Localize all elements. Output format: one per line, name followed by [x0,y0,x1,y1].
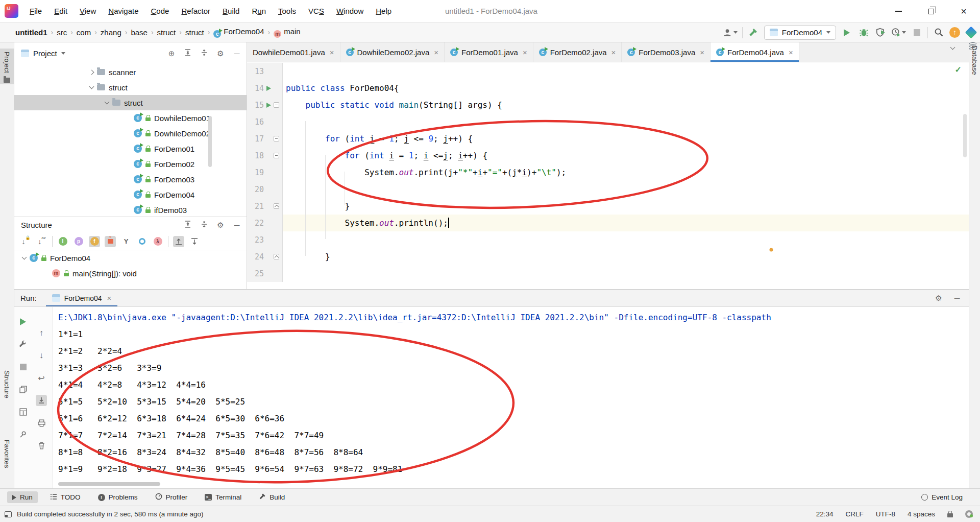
code-line[interactable]: public class ForDemo04{ [283,80,969,97]
editor-line-16[interactable]: 16 [247,113,969,130]
close-icon[interactable]: × [434,48,438,57]
user-account-button[interactable] [723,26,738,39]
structure-method-row[interactable]: m main(String[]): void [14,266,247,281]
editor-line-23[interactable]: 23 [247,231,969,248]
sort-alphabetically-button[interactable]: ↓az [36,236,47,247]
structure-panel-title[interactable]: Structure [21,221,52,229]
menu-help[interactable]: Help [370,0,398,22]
editor-line-25[interactable]: 25 [247,265,969,282]
toolwindow-button-run[interactable]: Run [7,491,38,503]
editor-line-21[interactable]: 21 } [247,198,969,215]
breadcrumb-item[interactable]: struct [185,28,204,37]
show-properties-button[interactable]: p [73,236,84,247]
expand-all-button[interactable] [183,221,192,229]
menu-build[interactable]: Build [216,0,246,22]
breadcrumb-item[interactable]: com [77,28,91,37]
settings-button[interactable]: ⚙ [216,49,225,58]
project-tree-scrollbar[interactable] [208,116,212,167]
show-inherited-button[interactable]: I [57,236,68,247]
breadcrumb-item[interactable]: struct [157,28,176,37]
profiler-button[interactable] [891,26,906,39]
soft-wrap-button[interactable]: ↩ [36,372,47,384]
restore-button[interactable] [915,0,947,22]
fold-collapse-icon[interactable] [274,102,279,108]
event-log-button[interactable]: Event Log [921,493,963,501]
breadcrumb-item-method[interactable]: mmain [274,27,301,38]
run-configuration-select[interactable]: ForDemo04 [764,26,836,40]
notification-wheel-icon[interactable] [965,510,973,518]
breadcrumb-item[interactable]: untitled1 [15,28,47,37]
autoscroll-from-source-button[interactable] [189,236,200,247]
minimize-button[interactable] [882,0,915,22]
editor-line-22[interactable]: 22 System.out.println(); [247,215,969,231]
run-button[interactable] [841,26,853,39]
breadcrumb-item[interactable]: src [57,28,67,37]
menu-refactor[interactable]: Refactor [175,0,216,22]
close-button[interactable]: × [947,0,980,22]
code-line[interactable]: for (int i = 1; i <=j; i++) { [283,147,969,164]
code-line[interactable] [283,265,969,282]
clear-all-button[interactable] [36,440,47,451]
editor-code-area[interactable]: 1314public class ForDemo04{15 public sta… [247,62,969,289]
editor-line-13[interactable]: 13 [247,63,969,80]
code-line[interactable]: System.out.println(); [283,215,969,231]
line-separator-widget[interactable]: CRLF [845,510,863,518]
editor-scrollbar[interactable] [963,114,967,157]
tree-item-fordemo03[interactable]: cForDemo03 [14,172,247,187]
tab-fordemo02[interactable]: cForDemo02.java× [533,42,622,62]
pin-tab-button[interactable] [17,429,29,440]
run-with-coverage-button[interactable] [874,26,887,39]
close-icon[interactable]: × [611,48,616,57]
fold-collapse-icon[interactable] [274,136,279,141]
toolwindow-button-todo[interactable]: TODO [45,491,86,504]
plugin-button[interactable] [965,26,977,39]
project-panel-title[interactable]: Project [33,49,57,58]
menu-code[interactable]: Code [145,0,176,22]
fold-end-icon[interactable] [274,203,279,209]
close-icon[interactable]: × [700,48,704,57]
tree-item-ifdemo03[interactable]: cifDemo03 [14,202,247,218]
tool-window-toggle-icon[interactable] [5,511,12,517]
code-line[interactable]: System.out.print(j+"*"+i+"="+(j*i)+"\t")… [283,164,969,181]
chevron-right-icon[interactable] [89,69,94,75]
dump-threads-button[interactable] [17,384,29,395]
code-line[interactable]: } [283,248,969,265]
toolwindow-button-build[interactable]: Build [254,491,290,504]
sidebar-item-structure[interactable]: Structure [0,367,14,401]
code-line[interactable] [283,113,969,130]
tab-fordemo01[interactable]: cForDemo01.java× [445,42,533,62]
editor-line-19[interactable]: 19 System.out.print(j+"*"+i+"="+(j*i)+"\… [247,164,969,181]
hidden-tabs-chevron-icon[interactable] [950,45,955,50]
collapse-all-button[interactable] [200,221,209,229]
structure-class-row[interactable]: c ForDemo04 [14,250,247,266]
settings-button[interactable]: ⚙ [934,294,943,303]
rerun-button[interactable] [17,316,29,327]
tree-item-struct[interactable]: struct [14,80,247,95]
build-hammer-button[interactable] [747,26,760,39]
show-fields-button[interactable]: f [89,236,100,247]
close-icon[interactable]: × [330,48,334,57]
menu-vcs[interactable]: VCS [302,0,330,22]
restore-layout-button[interactable] [17,406,29,417]
group-methods-button[interactable]: Y [120,236,132,247]
console-output[interactable]: E:\JDK1.8\bin\java.exe "-javaagent:D:\In… [58,309,967,482]
inspections-ok-icon[interactable]: ✓ [955,65,962,75]
menu-view[interactable]: View [74,0,102,22]
code-line[interactable] [283,231,969,248]
menu-tools[interactable]: Tools [272,0,302,22]
tree-item-struct[interactable]: struct [14,95,247,110]
show-anonymous-button[interactable] [136,236,148,247]
editor-line-17[interactable]: 17 for (int j = 1; j <= 9; j++) { [247,130,969,147]
run-tab[interactable]: ForDemo04 × [46,290,118,306]
tab-fordemo04[interactable]: cForDemo04.java× [710,42,799,62]
breadcrumb-item-class[interactable]: cForDemo04 [213,27,264,38]
tab-fordemo03[interactable]: cForDemo03.java× [622,42,710,62]
debug-button[interactable] [857,26,870,39]
sidebar-item-database[interactable]: Database [969,42,980,78]
tab-dowhiledemo01[interactable]: DowhileDemo01.java× [247,42,340,62]
toolwindow-button-terminal[interactable]: >_Terminal [200,491,247,503]
stop-process-button[interactable] [17,361,29,372]
show-lambdas-button[interactable]: λ [152,236,163,247]
ide-update-button[interactable]: ↑ [949,27,960,38]
editor-line-15[interactable]: 15 public static void main(String[] args… [247,97,969,113]
